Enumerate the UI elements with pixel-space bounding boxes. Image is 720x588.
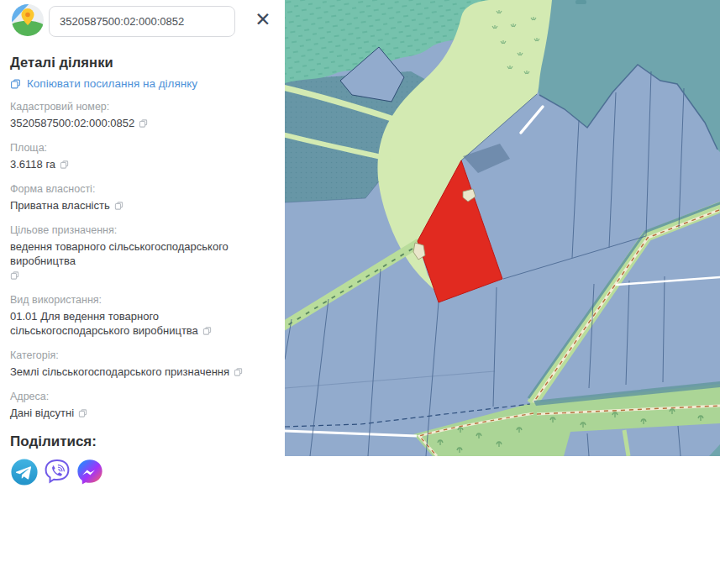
field-category: Категорія: Землі сільськогосподарського … — [10, 349, 278, 380]
messenger-icon — [76, 458, 104, 486]
field-label: Кадастровий номер: — [10, 100, 278, 113]
app-logo-icon[interactable] — [11, 3, 45, 37]
field-label: Площа: — [10, 141, 278, 155]
copy-icon — [10, 78, 21, 90]
telegram-icon — [10, 458, 39, 486]
topbar: ✕ — [0, 0, 285, 42]
copy-parcel-link-label: Копіювати посилання на ділянку — [27, 77, 197, 90]
copy-value-icon[interactable] — [114, 201, 124, 213]
field-address: Адреса: Дані відсутні — [10, 390, 278, 421]
field-use-type: Вид використання: 01.01 Для ведення това… — [10, 293, 278, 339]
field-value: Землі сільськогосподарського призначення — [10, 365, 278, 380]
share-telegram-button[interactable] — [10, 458, 39, 486]
share-row — [10, 458, 278, 486]
field-purpose: Цільове призначення: ведення товарного с… — [10, 223, 278, 283]
copy-parcel-link[interactable]: Копіювати посилання на ділянку — [10, 77, 278, 90]
close-button[interactable]: ✕ — [249, 5, 277, 34]
field-area: Площа: 3.6118 га — [10, 141, 278, 172]
map-logo-icon — [11, 3, 45, 37]
copy-value-icon[interactable] — [139, 118, 148, 131]
share-messenger-button[interactable] — [76, 458, 104, 486]
copy-value-icon[interactable] — [234, 367, 243, 380]
viber-icon — [43, 458, 71, 486]
copy-value-icon[interactable] — [78, 408, 87, 421]
search-field-wrap — [49, 6, 235, 37]
field-value: 3.6118 га — [10, 157, 278, 172]
page-title: Деталі ділянки — [10, 55, 278, 71]
field-cadastral-number: Кадастровий номер: 3520587500:02:000:085… — [10, 100, 278, 131]
copy-value-icon[interactable] — [10, 270, 19, 283]
search-input[interactable] — [49, 6, 235, 37]
field-value: Дані відсутні — [10, 406, 278, 421]
field-value: 3520587500:02:000:0852 — [10, 116, 278, 131]
parcel-details-panel: ✕ Деталі ділянки Копіювати посилання на … — [0, 0, 285, 588]
copy-value-icon[interactable] — [202, 326, 212, 339]
field-label: Адреса: — [10, 390, 278, 403]
field-ownership: Форма власності: Приватна власність — [10, 182, 278, 213]
field-label: Категорія: — [10, 349, 278, 362]
cadastral-app: ✕ Деталі ділянки Копіювати посилання на … — [0, 0, 720, 588]
panel-body: Деталі ділянки Копіювати посилання на ді… — [0, 42, 285, 486]
cadastral-map[interactable] — [285, 0, 720, 456]
share-viber-button[interactable] — [43, 458, 71, 486]
copy-value-icon[interactable] — [60, 160, 69, 172]
field-value: ведення товарного сільськогосподарського… — [10, 239, 278, 283]
share-title: Поділитися: — [10, 433, 278, 450]
field-label: Вид використання: — [10, 293, 278, 307]
field-label: Форма власності: — [10, 182, 278, 196]
field-value: Приватна власність — [10, 198, 278, 213]
field-value: 01.01 Для ведення товарного сільськогосп… — [10, 309, 278, 339]
field-label: Цільове призначення: — [10, 223, 278, 237]
